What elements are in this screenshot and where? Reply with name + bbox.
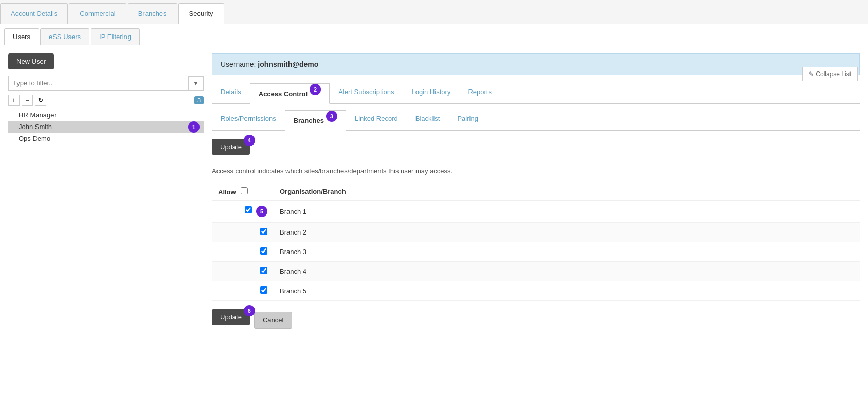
filter-row: ▼ bbox=[8, 76, 204, 91]
tree-controls: + − ↻ 3 bbox=[8, 95, 204, 106]
collapse-list-button[interactable]: ✎ Collapse List bbox=[802, 67, 858, 81]
main-content: New User ▼ + − ↻ 3 HR Manager John Smith… bbox=[0, 45, 868, 339]
tab-details[interactable]: Details bbox=[212, 83, 250, 103]
branch-name-cell: Branch 1 bbox=[274, 201, 860, 223]
tab-linked-record[interactable]: Linked Record bbox=[346, 110, 407, 130]
tab-branches[interactable]: Branches bbox=[128, 3, 177, 24]
tab-ess-users[interactable]: eSS Users bbox=[40, 28, 89, 45]
branch-name-cell: Branch 5 bbox=[274, 281, 860, 301]
branch-check-cell bbox=[212, 281, 274, 301]
badge-branches: 3 bbox=[326, 111, 337, 122]
branch-check-cell bbox=[212, 262, 274, 281]
branch-check-cell: 5 bbox=[212, 201, 274, 223]
tab-users[interactable]: Users bbox=[4, 28, 39, 45]
table-row: Branch 5 bbox=[212, 281, 860, 301]
top-tab-bar: Account Details Commercial Branches Secu… bbox=[0, 0, 868, 24]
tab-account-details[interactable]: Account Details bbox=[0, 3, 68, 24]
branches-table: Allow Organisation/Branch 5Branch 1Branc… bbox=[212, 183, 860, 301]
branch-1-checkbox[interactable] bbox=[245, 206, 252, 213]
detail-tabs: Details Access Control 2 Alert Subscript… bbox=[212, 83, 860, 104]
table-row: 5Branch 1 bbox=[212, 201, 860, 223]
tab-access-control[interactable]: Access Control 2 bbox=[250, 83, 330, 104]
badge-update-bottom: 6 bbox=[244, 305, 255, 316]
branch-name-cell: Branch 3 bbox=[274, 242, 860, 262]
tree-collapse-button[interactable]: − bbox=[22, 95, 33, 106]
bottom-actions: Update 6 Cancel bbox=[212, 309, 860, 331]
filter-icon[interactable]: ▼ bbox=[189, 76, 204, 91]
branch-2-checkbox[interactable] bbox=[260, 228, 267, 235]
branch-3-checkbox[interactable] bbox=[260, 247, 267, 255]
tab-roles-permissions[interactable]: Roles/Permissions bbox=[212, 110, 285, 130]
table-row: Branch 4 bbox=[212, 262, 860, 281]
update-bottom-wrapper: Update 6 bbox=[212, 309, 250, 331]
badge-access-control: 2 bbox=[310, 84, 321, 95]
tab-login-history[interactable]: Login History bbox=[403, 83, 460, 103]
org-branch-header: Organisation/Branch bbox=[274, 183, 860, 201]
selected-user-item[interactable]: John Smith 1 bbox=[8, 121, 204, 133]
right-panel: Username: johnsmith@demo Details Access … bbox=[212, 53, 860, 331]
tab-reports[interactable]: Reports bbox=[459, 83, 500, 103]
filter-input[interactable] bbox=[8, 76, 189, 91]
ac-description: Access control indicates which sites/bra… bbox=[212, 167, 860, 175]
table-row: Branch 2 bbox=[212, 223, 860, 242]
user-count: 3 bbox=[194, 96, 204, 104]
branch-5-checkbox[interactable] bbox=[260, 286, 267, 294]
tree-item[interactable]: HR Manager bbox=[8, 109, 204, 121]
tab-commercial[interactable]: Commercial bbox=[69, 3, 126, 24]
update-top-wrapper: Update 4 bbox=[212, 139, 250, 161]
tab-alert-subscriptions[interactable]: Alert Subscriptions bbox=[330, 83, 403, 103]
badge-john-smith: 1 bbox=[188, 121, 200, 133]
tab-blacklist[interactable]: Blacklist bbox=[407, 110, 449, 130]
badge-branch1: 5 bbox=[256, 206, 267, 217]
tree-item-ops[interactable]: Ops Demo bbox=[8, 133, 204, 145]
left-panel: New User ▼ + − ↻ 3 HR Manager John Smith… bbox=[8, 53, 204, 331]
allow-header: Allow bbox=[212, 183, 274, 201]
badge-update-top: 4 bbox=[244, 135, 255, 146]
cancel-button[interactable]: Cancel bbox=[254, 312, 292, 329]
branch-name-cell: Branch 2 bbox=[274, 223, 860, 242]
tab-security[interactable]: Security bbox=[178, 3, 224, 24]
tab-branches-sub[interactable]: Branches 3 bbox=[285, 110, 346, 131]
tree-expand-button[interactable]: + bbox=[8, 95, 20, 106]
tab-ip-filtering[interactable]: IP Filtering bbox=[91, 28, 140, 45]
tree-refresh-button[interactable]: ↻ bbox=[35, 95, 46, 106]
username-bar: Username: johnsmith@demo bbox=[212, 53, 860, 75]
username-value: johnsmith@demo bbox=[258, 60, 318, 68]
branch-check-cell bbox=[212, 223, 274, 242]
allow-all-checkbox[interactable] bbox=[241, 187, 248, 194]
branch-4-checkbox[interactable] bbox=[260, 267, 267, 274]
branch-name-cell: Branch 4 bbox=[274, 262, 860, 281]
username-prefix: Username: bbox=[221, 60, 258, 68]
table-row: Branch 3 bbox=[212, 242, 860, 262]
branch-check-cell bbox=[212, 242, 274, 262]
new-user-button[interactable]: New User bbox=[8, 53, 54, 69]
tab-pairing[interactable]: Pairing bbox=[448, 110, 486, 130]
sub-tabs: Roles/Permissions Branches 3 Linked Reco… bbox=[212, 110, 860, 131]
second-tab-bar: Users eSS Users IP Filtering bbox=[0, 24, 868, 45]
